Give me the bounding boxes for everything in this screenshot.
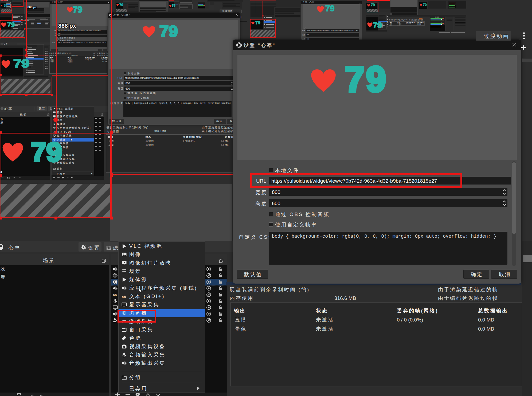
svg-text:ab: ab <box>113 293 117 297</box>
svg-text:ab: ab <box>122 295 126 299</box>
